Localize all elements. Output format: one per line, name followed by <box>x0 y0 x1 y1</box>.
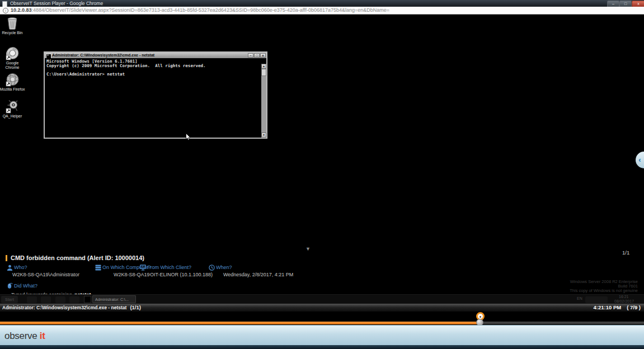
cmd-console-text: Microsoft Windows [Version 6.1.7601] Cop… <box>46 59 205 76</box>
start-button-ghost: Start <box>1 296 18 303</box>
clock-icon <box>209 265 215 271</box>
scroll-down-icon: ▼ <box>261 133 266 138</box>
alert-panel-collapse-icon[interactable]: ▼ <box>305 246 311 252</box>
side-panel-toggle[interactable]: ‹ <box>636 152 644 168</box>
slide-title: Administrator: C:\Windows\system32\cmd.e… <box>2 304 141 312</box>
firefox-icon <box>6 73 20 87</box>
cmd-console: Microsoft Windows [Version 6.1.7601] Cop… <box>45 58 266 138</box>
desktop-icon-label: Recycle Bin <box>0 31 25 35</box>
quicklaunch-icon <box>41 296 51 303</box>
tray-icons <box>585 296 608 303</box>
player-toolbar: observe it <box>0 325 644 345</box>
user-icon <box>7 265 13 271</box>
chevron-left-icon: ‹ <box>638 155 641 164</box>
monitor-icon <box>140 265 146 271</box>
desktop-icon-mozilla-firefox: Mozilla Firefox <box>0 73 28 92</box>
alert-title: CMD forbidden command (Alert ID: 1000001… <box>11 254 144 261</box>
cmd-taskbar-icon <box>84 296 91 303</box>
slide-title-text: Administrator: C:\Windows\system32\cmd.e… <box>2 305 126 310</box>
browser-tab-title: ObserveIT Session Player - Google Chrome <box>10 0 103 7</box>
cmd-scrollbar: ▲ ▼ <box>261 64 266 138</box>
quicklaunch-icon <box>27 296 37 303</box>
alert-field-value-who: W2K8-S8-QA19\Administrator <box>12 272 79 277</box>
cmd-scroll-thumb <box>261 69 266 76</box>
alert-field-label-client: From Which Client? <box>147 265 191 270</box>
qa-helper-icon <box>6 100 20 114</box>
timeline <box>0 312 644 325</box>
quicklaunch-icon <box>69 296 79 303</box>
browser-titlebar: ObserveIT Session Player - Google Chrome… <box>0 0 644 7</box>
desktop-icon-label: Google Chrome <box>0 61 25 69</box>
browser-urlbar[interactable]: i 10.2.0.83:4884/ObserveIT/SlideViewer.a… <box>0 7 644 15</box>
url-path: :4884/ObserveIT/SlideViewer.aspx?Session… <box>32 7 389 13</box>
desktop-icon-qa-helper: QA_Helper <box>0 100 25 119</box>
url-host: 10.2.0.83 <box>11 7 32 13</box>
alert-did-what-label: Did What? <box>14 283 37 289</box>
cmd-minimize-icon: – <box>248 53 253 58</box>
quicklaunch-icon <box>55 296 65 303</box>
cmd-window: Administrator: C:\Windows\system32\cmd.e… <box>44 51 267 139</box>
alert-pages-indicator: 1/1 <box>622 249 629 256</box>
windows-watermark: Windows Server 2008 R2 Enterprise Build … <box>570 280 638 293</box>
alert-field-value-client: OIT-ELINOR (10.1.100.188) <box>150 272 213 277</box>
taskbar-button: Administrator: C:\... <box>92 295 136 303</box>
logo-text: observe <box>4 331 37 341</box>
slide-count: (1/1) <box>126 304 141 310</box>
observeit-session-player: ObserveIT Session Player - Google Chrome… <box>0 0 644 349</box>
recycle-bin-icon <box>6 17 19 30</box>
scroll-up-icon: ▲ <box>261 64 266 69</box>
desktop-icon-label: QA_Helper <box>0 114 25 119</box>
tray-date: 08/02/2017 <box>614 299 634 303</box>
slide-time-area: 4:21:10 PM ( 7/9 ) <box>594 304 641 312</box>
site-info-icon[interactable]: i <box>3 8 8 13</box>
slide-status-bar: Administrator: C:\Windows\system32\cmd.e… <box>0 304 644 312</box>
alert-accent-bar <box>6 255 7 261</box>
address-field[interactable]: 10.2.0.83:4884/ObserveIT/SlideViewer.asp… <box>11 7 389 14</box>
alert-field-label-when: When? <box>216 265 232 270</box>
observeit-logo: observe it <box>4 331 45 342</box>
desktop-icon-recycle-bin: Recycle Bin <box>0 17 25 35</box>
timeline-track[interactable] <box>0 322 644 324</box>
alert-field-value-computer: W2K8-S8-QA19 <box>114 272 150 277</box>
tray-time: 16:21 <box>619 295 629 299</box>
recorded-taskbar: Start Administrator: C:\... EN 16:21 08/… <box>0 294 644 304</box>
desktop-icon-label: Mozilla Firefox <box>0 87 28 92</box>
slide-position: ( 7/9 ) <box>627 304 641 312</box>
alert-field-value-when: Wednesday, 2/8/2017, 4:21 PM <box>223 272 293 277</box>
watermark-line: This copy of Windows is not genuine <box>570 289 638 293</box>
timeline-fill <box>0 322 480 324</box>
cmd-window-title: Administrator: C:\Windows\system32\cmd.e… <box>52 53 154 58</box>
logo-accent: it <box>40 331 45 341</box>
slide-timestamp: 4:21:10 PM <box>594 304 622 312</box>
cmd-restore-icon: □ <box>254 53 260 58</box>
cmd-close-icon: x <box>260 53 266 58</box>
mouse-device-icon <box>7 282 13 289</box>
desktop-icon-google-chrome: Google Chrome <box>0 46 25 69</box>
cmd-titlebar: Administrator: C:\Windows\system32\cmd.e… <box>45 53 266 58</box>
server-icon <box>95 265 101 271</box>
player-bottom-strip <box>0 345 644 349</box>
alert-field-label-who: Who? <box>14 265 27 270</box>
mouse-cursor-icon <box>186 133 191 140</box>
tray-language: EN <box>577 296 582 300</box>
chrome-icon <box>6 46 20 60</box>
